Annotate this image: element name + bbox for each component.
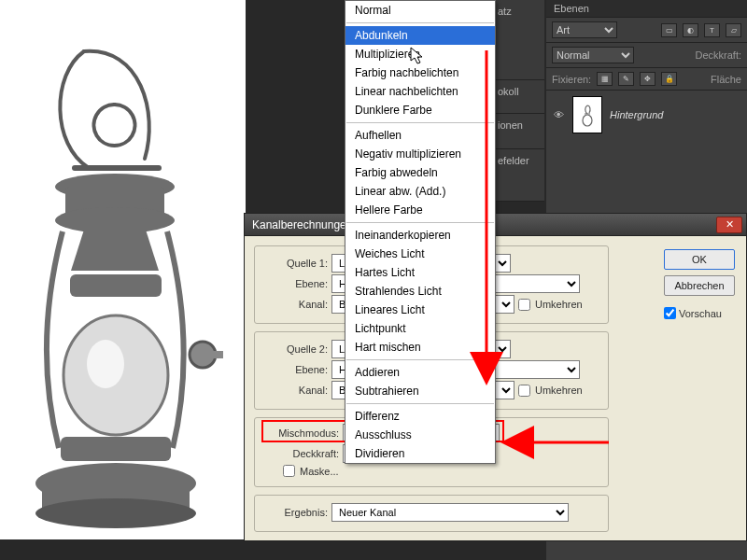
menu-item[interactable]: Dividieren (345, 444, 495, 463)
menu-separator (346, 222, 494, 223)
menu-item[interactable]: Weiches Licht (345, 245, 495, 263)
source1-channel-label: Kanal: (264, 299, 328, 310)
layer-thumbnail (572, 96, 602, 133)
mid-tab[interactable]: ionen (493, 114, 544, 149)
document-canvas[interactable] (0, 0, 246, 539)
menu-item[interactable]: Linear abw. (Add.) (345, 182, 495, 201)
menu-item[interactable]: Lichtpunkt (345, 319, 495, 338)
filter-icon[interactable]: ◐ (683, 23, 698, 37)
menu-item[interactable]: Ausschluss (345, 426, 495, 444)
menu-item[interactable]: Multiplizieren (345, 45, 495, 63)
layers-tab[interactable]: Ebenen (546, 0, 747, 17)
menu-item[interactable]: Lineares Licht (345, 301, 495, 319)
svg-rect-6 (61, 437, 171, 461)
svg-point-9 (35, 498, 196, 528)
mid-tab[interactable]: okoll (493, 80, 544, 114)
menu-item[interactable]: Differenz (345, 407, 495, 426)
mix-opacity-label: Deckkraft: (264, 448, 339, 459)
preview-checkbox[interactable]: Vorschau (664, 307, 735, 319)
menu-item[interactable]: Aufhellen (345, 126, 495, 145)
menu-item[interactable]: Subtrahieren (345, 382, 495, 400)
lock-brush-icon[interactable]: ✎ (618, 72, 634, 86)
blend-mode-select[interactable]: Normal (552, 47, 634, 63)
lock-move-icon[interactable]: ✥ (640, 72, 655, 86)
source1-label: Quelle 1: (264, 258, 328, 269)
filter-icon[interactable]: ▭ (661, 23, 677, 37)
layer-row[interactable]: 👁 Hintergrund (546, 90, 747, 139)
close-icon[interactable]: ✕ (716, 217, 742, 233)
source1-invert-checkbox[interactable]: Umkehren (518, 299, 583, 311)
menu-item[interactable]: Farbig abwedeln (345, 163, 495, 182)
fill-label: Fläche (711, 74, 741, 85)
menu-separator (346, 122, 494, 123)
menu-item[interactable]: Abdunkeln (345, 26, 495, 45)
svg-point-2 (55, 207, 175, 233)
source2-channel-label: Kanal: (264, 385, 328, 396)
lock-pixels-icon[interactable]: ▦ (597, 72, 613, 86)
menu-item[interactable]: Linear nachbelichten (345, 82, 495, 101)
cancel-button[interactable]: Abbrechen (664, 275, 735, 296)
menu-item[interactable]: Hartes Licht (345, 263, 495, 282)
source2-invert-checkbox[interactable]: Umkehren (518, 385, 583, 397)
lock-all-icon[interactable]: 🔒 (661, 72, 677, 86)
source2-label: Quelle 2: (264, 343, 328, 355)
blend-mode-menu[interactable]: NormalAbdunkelnMultiplizierenFarbig nach… (345, 0, 496, 464)
filter-icon[interactable]: ▱ (726, 23, 741, 37)
mix-mode-label: Mischmodus: (264, 427, 339, 439)
lantern-image (0, 47, 238, 539)
result-group: Ergebnis: Neuer Kanal (254, 495, 609, 532)
menu-item[interactable]: Farbig nachbelichten (345, 63, 495, 82)
mid-tab[interactable]: efelder (493, 149, 544, 202)
dialog-title: Kanalberechnungen (252, 218, 352, 231)
canvas-area (0, 0, 246, 560)
menu-item[interactable]: Hellere Farbe (345, 201, 495, 219)
layer-name: Hintergrund (610, 109, 663, 120)
ok-button[interactable]: OK (664, 249, 735, 270)
result-label: Ergebnis: (264, 507, 328, 518)
source1-layer-label: Ebene: (264, 278, 328, 289)
mid-tab[interactable]: atz (493, 0, 544, 80)
svg-rect-3 (70, 274, 162, 297)
filter-icon[interactable]: T (704, 23, 720, 37)
menu-separator (346, 403, 494, 404)
menu-item[interactable]: Addieren (345, 363, 495, 382)
svg-point-5 (87, 340, 124, 388)
result-select[interactable]: Neuer Kanal (331, 503, 569, 522)
menu-separator (346, 359, 494, 360)
menu-item[interactable]: Normal (345, 1, 495, 20)
menu-item[interactable]: Strahlendes Licht (345, 282, 495, 301)
visibility-icon[interactable]: 👁 (552, 109, 565, 120)
menu-item[interactable]: Hart mischen (345, 338, 495, 357)
menu-separator (346, 22, 494, 23)
opacity-label: Deckkraft: (695, 49, 741, 61)
svg-point-12 (583, 115, 592, 126)
svg-rect-11 (201, 351, 223, 358)
menu-item[interactable]: Dunklere Farbe (345, 101, 495, 119)
mask-checkbox[interactable]: Maske... (283, 465, 339, 477)
menu-item[interactable]: Ineinanderkopieren (345, 226, 495, 245)
layer-kind-select[interactable]: Art (552, 21, 617, 38)
menu-item[interactable]: Negativ multiplizieren (345, 145, 495, 163)
source2-layer-label: Ebene: (264, 364, 328, 375)
lock-label: Fixieren: (552, 74, 591, 85)
